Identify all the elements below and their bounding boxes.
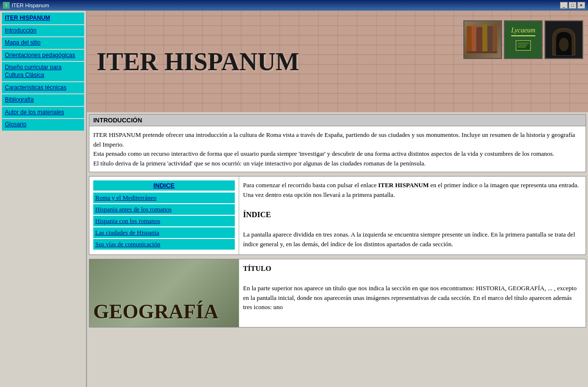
index-indice-text: La pantalla aparece dividida en tres zon… bbox=[243, 230, 582, 249]
banner-door-image bbox=[545, 20, 583, 59]
intro-section: INTRODUCCIÓN ITER HISPANUM pretende ofre… bbox=[89, 114, 586, 172]
sidebar: ITER HISPANUM Introducción Mapa del siti… bbox=[0, 11, 87, 387]
sidebar-item-iter-hispanum[interactable]: ITER HISPANUM bbox=[2, 13, 84, 24]
geo-title: GEOGRAFÍA bbox=[93, 300, 218, 323]
maximize-button[interactable]: □ bbox=[569, 2, 576, 9]
index-col: INDICE Roma y el Mediterráneo Hispania a… bbox=[89, 177, 239, 254]
svg-rect-4 bbox=[488, 26, 493, 53]
titulo-header: TÍTULO bbox=[243, 263, 582, 274]
sidebar-item-caracteristicas[interactable]: Características técnicas bbox=[2, 82, 84, 94]
window-controls: _ □ ✕ bbox=[560, 2, 585, 9]
index-col-header[interactable]: INDICE bbox=[93, 180, 235, 191]
sidebar-item-mapa-sitio[interactable]: Mapa del sitio bbox=[2, 37, 84, 49]
svg-rect-2 bbox=[476, 27, 482, 53]
index-link-hispania-antes[interactable]: Hispania antes de los romanos bbox=[93, 204, 235, 215]
svg-rect-3 bbox=[483, 24, 487, 53]
index-link-ciudades[interactable]: Las ciudades de Hispania bbox=[93, 227, 235, 238]
index-right-text: Para comenzar el recorrido basta con pul… bbox=[243, 180, 582, 199]
banner-lyceum-image: Lycaeum bbox=[504, 20, 543, 59]
geo-image-col: GEOGRAFÍA bbox=[89, 259, 239, 327]
lyceum-underline bbox=[511, 35, 535, 36]
index-link-roma[interactable]: Roma y el Mediterráneo bbox=[93, 193, 235, 203]
svg-rect-5 bbox=[493, 25, 497, 53]
index-two-col: INDICE Roma y el Mediterráneo Hispania a… bbox=[89, 177, 586, 254]
svg-rect-6 bbox=[467, 51, 497, 53]
svg-rect-0 bbox=[467, 26, 472, 53]
geo-section: GEOGRAFÍA TÍTULO En la parte superior no… bbox=[89, 259, 586, 327]
sidebar-item-diseno-curricular[interactable]: Diseño curricular para Cultura Clásica bbox=[2, 62, 84, 81]
banner-images: Lycaeum bbox=[463, 20, 583, 59]
titulo-text: En la parte superior nos aparece un títu… bbox=[243, 283, 582, 312]
window-title: ITER Hispanum bbox=[12, 2, 560, 8]
intro-para-2: Esta pensado como un recurso interactivo… bbox=[93, 149, 582, 159]
svg-rect-1 bbox=[472, 25, 476, 53]
index-right-col: Para comenzar el recorrido basta con pul… bbox=[239, 177, 586, 254]
minimize-button[interactable]: _ bbox=[560, 2, 568, 9]
title-bar: I ITER Hispanum _ □ ✕ bbox=[0, 0, 588, 11]
main-content: ITER HISPANUM Lycaeum bbox=[87, 11, 588, 387]
banner-title: ITER HISPANUM bbox=[97, 47, 299, 76]
close-button[interactable]: ✕ bbox=[577, 2, 585, 9]
intro-para-3: El título deriva de la primera 'activida… bbox=[93, 159, 582, 168]
intro-para-1: ITER HISPANUM pretende ofrecer una intro… bbox=[93, 130, 582, 149]
index-link-hispania-con[interactable]: Hispania con los romanos bbox=[93, 216, 235, 226]
svg-rect-7 bbox=[516, 41, 531, 50]
index-link-vias[interactable]: Sus vías de comunicación bbox=[93, 239, 235, 250]
sidebar-item-orientaciones[interactable]: Orientaciones pedagógicas bbox=[2, 50, 84, 61]
intro-header: INTRODUCCIÓN bbox=[89, 115, 586, 126]
sidebar-item-bibliografia[interactable]: Bibliografía bbox=[2, 94, 84, 106]
index-section: INDICE Roma y el Mediterráneo Hispania a… bbox=[89, 176, 586, 255]
sidebar-item-glosario[interactable]: Glosario bbox=[2, 119, 84, 131]
banner: ITER HISPANUM Lycaeum bbox=[87, 11, 588, 112]
window-content: ITER HISPANUM Introducción Mapa del siti… bbox=[0, 11, 588, 387]
index-indice-title: ÍNDICE bbox=[243, 209, 582, 221]
lyceum-label: Lycaeum bbox=[511, 27, 535, 34]
svg-point-12 bbox=[559, 38, 569, 51]
banner-books-image bbox=[463, 20, 502, 59]
window-icon: I bbox=[3, 2, 10, 9]
titulo-right-col: TÍTULO En la parte superior nos aparece … bbox=[239, 259, 586, 327]
intro-body: ITER HISPANUM pretende ofrecer una intro… bbox=[89, 126, 586, 172]
sidebar-item-introduccion[interactable]: Introducción bbox=[2, 25, 84, 37]
sidebar-item-autor[interactable]: Autor de los materiales bbox=[2, 107, 84, 119]
